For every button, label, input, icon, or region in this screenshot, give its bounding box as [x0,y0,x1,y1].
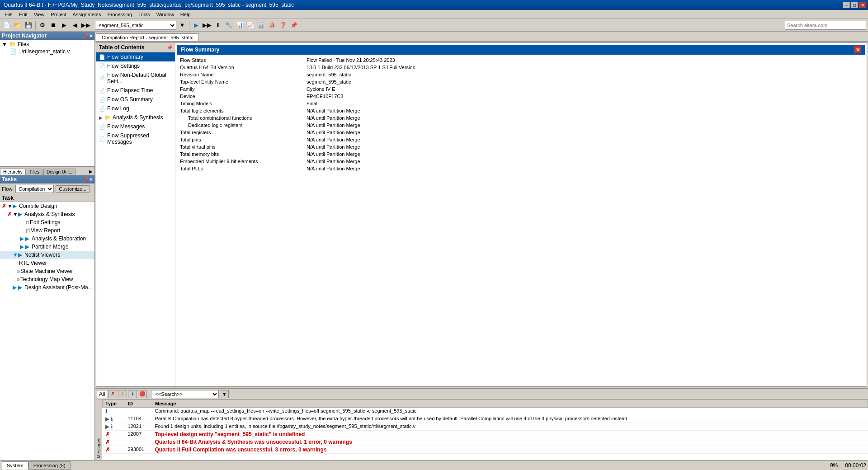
toolbar-btn6[interactable]: ▶▶ [81,20,91,30]
row-label: Total registers [177,129,304,136]
menu-processing[interactable]: Processing [105,11,135,18]
msg-filter-all[interactable]: All [97,390,107,398]
panel-pin-icon[interactable]: 📌 [83,33,88,38]
toolbar-save[interactable]: 💾 [24,20,33,30]
zoom-level: 9% [830,462,838,469]
msg-btn-warning[interactable]: ⚠ [118,390,127,398]
toc-flow-settings[interactable]: 📄 Flow Settings [96,61,175,70]
tasks-pin-icon[interactable]: 📌 [82,177,88,182]
msg-search-select[interactable]: <<Search>> [151,390,219,398]
toolbar-stop[interactable]: ⏹ [48,20,58,30]
task-x-icon: ✗ [2,203,7,209]
task-row-design-asst[interactable]: ▶ ▶ Design Assistant (Post-Ma... [0,283,94,291]
customize-button[interactable]: Customize... [56,185,90,193]
toc-item-label-1: Flow Summary [107,54,143,60]
tab-compilation-report[interactable]: Compilation Report - segment_595_static [96,33,199,41]
msg-id-6: 293001 [125,446,152,454]
task-label-report: View Report [31,227,60,234]
expand-icon2: ▼ [13,211,18,217]
toc-flow-messages[interactable]: 📄 Flow Messages [96,122,175,131]
maximize-button[interactable]: □ [851,2,858,8]
tab-files[interactable]: Files [27,169,42,175]
status-tab-system[interactable]: System [2,461,28,470]
info-icon-3: ℹ [111,423,113,430]
menu-project[interactable]: Project [48,11,69,18]
tree-files-folder[interactable]: ▼ 📁 Files [1,41,94,48]
toc-flow-log[interactable]: 📄 Flow Log [96,104,175,113]
msg-row-5: ✗ Quartus II 64-Bit Analysis & Synthesis… [103,438,868,446]
toolbar-btn7[interactable]: 📊 [235,20,245,30]
msg-btn-error[interactable]: ✗ [108,390,117,398]
task-row-edit-settings[interactable]: 🗒 Edit Settings [0,218,94,226]
row-label: Total PLLs [177,165,304,172]
toolbar-start-compile[interactable]: ▶ [191,20,201,30]
toc-flow-summary[interactable]: 📄 Flow Summary [96,52,175,61]
status-tab-processing[interactable]: Processing (8) [28,461,71,470]
toolbar-rtl[interactable]: 🔧 [224,20,234,30]
toolbar-btn9[interactable]: 🔬 [256,20,266,30]
menu-assignments[interactable]: Assignments [70,11,104,18]
task-row-partition[interactable]: ▶ ▶ Partition Merge [0,243,94,251]
toolbar-btn11[interactable]: ❓ [278,20,288,30]
navigator-tab-scroll[interactable]: ▶ [87,168,94,175]
toolbar-btn5[interactable]: ◀ [70,20,80,30]
msg-type-6: ✗ [103,446,125,454]
toolbar-start-fitter[interactable]: ⏸ [213,20,223,30]
row-value: N/A until Partition Merge [304,129,865,136]
task-row-rtl[interactable]: ○ RTL Viewer [0,259,94,267]
close-button[interactable]: ✕ [859,2,866,8]
project-select[interactable]: segment_595_static [95,21,176,30]
menu-file[interactable]: File [2,11,15,18]
toc-flow-os[interactable]: 📄 Flow OS Summary [96,95,175,104]
tasks-close-icon[interactable]: ✕ [89,177,93,182]
task-row-synthesis[interactable]: ✗ ▼ ▶ Analysis & Synthesis [0,210,94,218]
menu-tools[interactable]: Tools [136,11,153,18]
task-row-compile[interactable]: ✗ ▼ ▶ Compile Design [0,202,94,210]
msg-expand-2[interactable]: ▶ [105,416,109,422]
toc-flow-nondefs[interactable]: 📄 Flow Non-Default Global Setti... [96,70,175,86]
task-row-elaboration[interactable]: ▶ ▶ Analysis & Elaboration [0,235,94,243]
menu-edit[interactable]: Edit [16,11,30,18]
panel-close-icon[interactable]: ✕ [89,33,93,38]
toolbar-start-analysis[interactable]: ▶▶ [202,20,212,30]
report-close-button[interactable]: ✕ [854,46,861,53]
toolbar-new[interactable]: 📄 [2,20,12,30]
msg-text-2: Parallel Compilation has detected 8 hype… [152,415,868,423]
msg-btn-info[interactable]: ℹ [128,390,137,398]
msg-search-dropdown[interactable]: ▼ [220,390,229,398]
menu-help[interactable]: Help [178,11,193,18]
toc-analysis-synthesis[interactable]: ▶ 📁 Analysis & Synthesis [96,113,175,122]
minimize-button[interactable]: ─ [843,2,850,8]
toc-flow-elapsed[interactable]: 📄 Flow Elapsed Time [96,86,175,95]
task-row-tech[interactable]: ⚙ Technology Map View [0,275,94,283]
file-tree: ▼ 📁 Files 📄 ../rtl/segment_static.v [0,40,94,166]
tree-file-item[interactable]: 📄 ../rtl/segment_static.v [1,48,94,55]
flow-select[interactable]: Compilation [15,185,54,193]
task-row-netlist[interactable]: ▼ ▶ Netlist Viewers [0,251,94,259]
toolbar-analyze[interactable]: ▶ [59,20,69,30]
toolbar-btn10[interactable]: ⛵ [267,20,277,30]
search-input[interactable] [785,21,866,30]
msg-row-3: ▶ ℹ 12021 Found 1 design units, includin… [103,423,868,431]
msg-expand-3[interactable]: ▶ [105,423,109,430]
report-content: Flow Summary ✕ Flow Status Flow Failed -… [175,43,867,386]
task-x-icon2: ✗ [7,211,13,217]
tab-hierarchy[interactable]: Hierarchy [0,169,26,175]
task-row-state[interactable]: ⚙ State Machine Viewer [0,267,94,275]
row-value: N/A until Partition Merge [304,143,865,150]
task-row-view-report[interactable]: 📋 View Report [0,226,94,235]
tasks-tree: ✗ ▼ ▶ Compile Design ✗ ▼ ▶ Analysis & Sy… [0,202,94,460]
toolbar-open[interactable]: 📂 [13,20,23,30]
menu-window[interactable]: Window [154,11,177,18]
toc-pin-icon[interactable]: 📌 [167,45,172,50]
toolbar-btn8[interactable]: 📈 [245,20,255,30]
toolbar-compile[interactable]: ⚙ [38,20,47,30]
toolbar-dropdown[interactable]: ▼ [177,20,187,30]
toc-flow-suppressed[interactable]: 📄 Flow Suppressed Messages [96,131,175,146]
menu-view[interactable]: View [31,11,47,18]
msg-btn-critical[interactable]: 🔴 [138,390,147,398]
tab-design-units[interactable]: Design Uni... [43,169,75,175]
toolbar-btn12[interactable]: 📌 [289,20,299,30]
row-label: Total logic elements [177,107,304,114]
status-bar: System Processing (8) 9% 00:00:02 [0,460,868,470]
